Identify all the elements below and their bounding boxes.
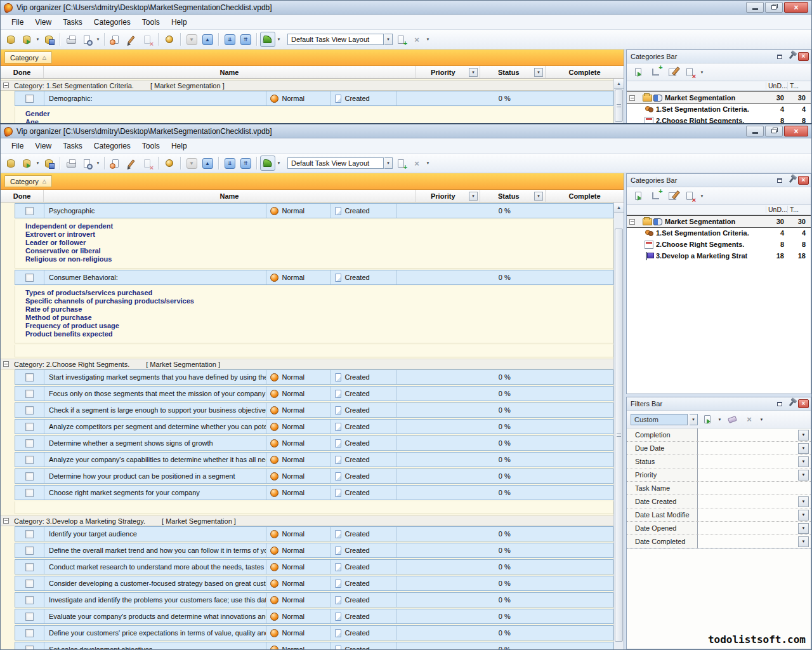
column-header-done[interactable]: Done [1, 190, 44, 202]
task-row[interactable]: Focus only on those segments that meet t… [15, 386, 613, 401]
scrollbar-thumb[interactable] [615, 229, 623, 642]
menu-view[interactable]: View [29, 140, 57, 152]
clear-filter-button[interactable] [724, 412, 740, 427]
task-row[interactable]: Define your customers' price expectation… [15, 625, 613, 640]
task-checkbox[interactable] [25, 530, 34, 538]
scrollbar-thumb[interactable] [615, 90, 623, 122]
new-database-button[interactable] [3, 156, 18, 171]
column-header-name[interactable]: Name [44, 66, 416, 78]
move-to-top-button[interactable]: ⇈ [238, 156, 253, 171]
menu-tasks[interactable]: Tasks [57, 140, 88, 152]
filter-dropdown-button[interactable]: ▼ [798, 470, 809, 481]
task-checkbox[interactable] [25, 274, 34, 282]
task-row[interactable]: Investigate and identify the problems yo… [15, 592, 613, 607]
task-row[interactable]: Determine whether a segment shows signs … [15, 435, 613, 451]
category-group-row[interactable]: Category: 2.Choose Right Segments.[ Mark… [1, 359, 613, 369]
task-checkbox[interactable] [25, 596, 34, 604]
restore-button[interactable] [765, 2, 783, 13]
complete-task-button[interactable] [162, 156, 177, 171]
save-database-button[interactable] [41, 156, 56, 171]
group-by-category-button[interactable]: Category △ [4, 175, 52, 187]
categories-toolbar-dropdown[interactable]: ▼ [699, 70, 705, 74]
task-row[interactable]: Start investigating market segments that… [15, 369, 613, 385]
panel-close-button[interactable]: × [798, 399, 809, 408]
tree-row[interactable]: 2.Choose Right Segments.88 [627, 115, 811, 123]
filter-preset-combo[interactable]: Custom [631, 414, 688, 425]
filter-value[interactable] [698, 428, 798, 441]
filter-dropdown-button[interactable]: ▼ [798, 510, 809, 521]
filter-dropdown-button[interactable]: ▼ [798, 496, 809, 507]
layout-combo-dropdown[interactable]: ▼ [384, 157, 393, 169]
filter-dropdown-button[interactable]: ▼ [798, 430, 809, 441]
open-database-dropdown[interactable]: ▼ [35, 37, 41, 41]
tree-row[interactable]: 1.Set Segmentation Criteria.44 [627, 227, 811, 239]
status-filter-button[interactable]: ▼ [534, 68, 543, 77]
task-row[interactable]: Consider developing a customer-focused s… [15, 576, 613, 591]
task-row[interactable]: Identify your target audienceNormalCreat… [15, 526, 613, 541]
menu-help[interactable]: Help [166, 16, 193, 29]
notifications-button[interactable] [260, 156, 275, 171]
priority-filter-button[interactable]: ▼ [469, 68, 478, 77]
column-header-complete[interactable]: Complete [546, 190, 624, 202]
task-checkbox[interactable] [25, 406, 34, 415]
filter-dropdown-button[interactable]: ▼ [798, 536, 809, 547]
panel-pin-button[interactable] [786, 176, 797, 185]
tree-row[interactable]: Market Segmentation3030 [627, 92, 811, 103]
new-category-button[interactable] [631, 65, 646, 80]
group-by-category-button[interactable]: Category △ [4, 51, 52, 63]
menu-file[interactable]: File [6, 140, 29, 152]
save-layout-button[interactable] [393, 156, 409, 171]
menu-tasks[interactable]: Tasks [57, 16, 88, 29]
category-group-row[interactable]: Category: 1.Set Segmentation Criteria.[ … [1, 80, 613, 91]
task-checkbox[interactable] [25, 207, 34, 215]
column-header-status[interactable]: Status▼ [480, 190, 546, 202]
column-undone[interactable]: UnD... [766, 82, 787, 90]
tree-row[interactable]: 3.Develop a Marketing Strat1818 [627, 250, 811, 262]
vertical-scrollbar[interactable]: ▲ [613, 202, 624, 649]
save-layout-button[interactable] [393, 32, 409, 47]
tree-row[interactable]: 1.Set Segmentation Criteria.44 [627, 103, 811, 115]
task-row[interactable]: Choose right market segments for your co… [15, 485, 613, 500]
layout-combo[interactable]: Default Task View Layout [287, 157, 384, 169]
close-button[interactable]: × [784, 126, 808, 136]
print-preview-button[interactable] [79, 156, 95, 171]
task-checkbox[interactable] [25, 629, 34, 637]
move-up-button[interactable]: ▲ [200, 156, 215, 171]
task-row[interactable]: Check if a segment is large enough to su… [15, 402, 613, 418]
print-button[interactable] [63, 32, 79, 47]
print-dropdown[interactable]: ▼ [95, 161, 101, 165]
edit-category-button[interactable] [665, 65, 680, 80]
notifications-button[interactable] [260, 32, 275, 47]
panel-pin-button[interactable] [786, 52, 797, 61]
new-subcategory-button[interactable] [648, 65, 663, 80]
move-to-bottom-button[interactable]: ⇊ [222, 156, 237, 171]
print-button[interactable] [63, 156, 79, 171]
delete-category-button[interactable] [682, 65, 697, 80]
task-row[interactable]: Define the overall market trend and how … [15, 543, 613, 558]
task-checkbox[interactable] [25, 423, 34, 431]
delete-filter-button[interactable]: × [742, 412, 757, 427]
edit-task-button[interactable] [124, 156, 139, 171]
collapse-icon[interactable] [3, 361, 9, 367]
delete-category-button[interactable] [682, 189, 697, 204]
filter-dropdown-button[interactable]: ▼ [798, 443, 809, 454]
task-row[interactable]: Determine how your product can be positi… [15, 468, 613, 484]
menu-view[interactable]: View [29, 16, 57, 29]
task-row[interactable]: PsychographicNormalCreated0 % [15, 203, 613, 218]
collapse-icon[interactable] [3, 518, 9, 524]
column-header-status[interactable]: Status▼ [480, 66, 546, 78]
panel-restore-button[interactable] [774, 52, 785, 61]
filter-value[interactable] [698, 455, 798, 468]
filter-value[interactable] [698, 508, 798, 521]
notifications-dropdown[interactable]: ▼ [276, 37, 282, 41]
column-undone[interactable]: UnD... [766, 206, 787, 213]
apply-filter-button[interactable] [700, 412, 715, 427]
collapse-icon[interactable] [629, 95, 635, 101]
open-database-button[interactable] [19, 156, 34, 171]
layout-toolbar-dropdown[interactable]: ▼ [425, 37, 431, 41]
apply-filter-dropdown[interactable]: ▼ [717, 418, 723, 421]
filter-value[interactable] [698, 482, 811, 494]
layout-toolbar-dropdown[interactable]: ▼ [425, 161, 431, 165]
menu-help[interactable]: Help [166, 140, 193, 152]
notifications-dropdown[interactable]: ▼ [276, 161, 282, 165]
